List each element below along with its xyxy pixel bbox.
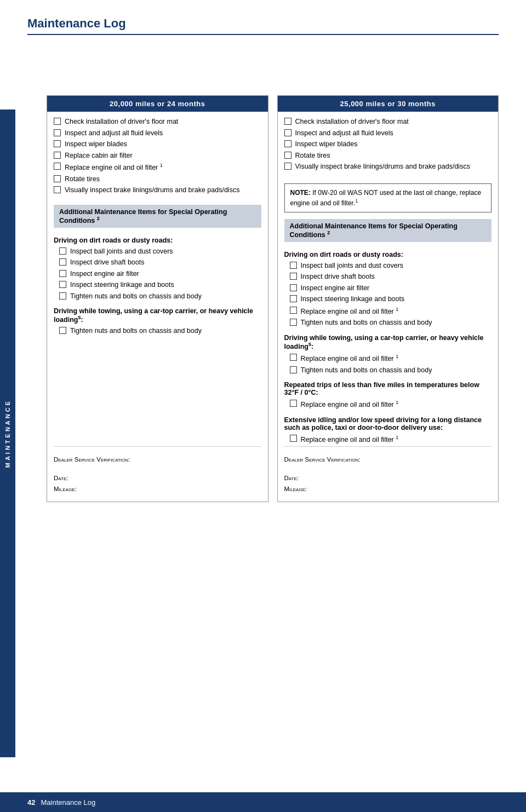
list-item: Inspect wiper blades xyxy=(54,140,261,149)
checkbox[interactable] xyxy=(290,366,297,373)
checkbox[interactable] xyxy=(290,354,297,361)
list-item: Inspect engine air filter xyxy=(290,284,492,293)
right-dealer-verification: Dealer Service Verification: xyxy=(284,456,492,463)
left-towing-list: Tighten nuts and bolts on chassis and bo… xyxy=(54,326,261,338)
checkbox[interactable] xyxy=(54,175,61,182)
checkbox[interactable] xyxy=(290,435,297,442)
sidebar-bar: MAINTENANCE xyxy=(0,110,15,757)
checkbox[interactable] xyxy=(54,129,61,136)
right-cold-list: Replace engine oil and oil filter 1 xyxy=(284,399,492,412)
page-title: Maintenance Log xyxy=(27,16,499,35)
checkbox[interactable] xyxy=(54,152,61,159)
right-idling-list: Replace engine oil and oil filter 1 xyxy=(284,434,492,447)
list-item: Visually inspect brake linings/drums and… xyxy=(54,186,261,195)
checkbox[interactable] xyxy=(284,118,291,125)
list-item: Inspect and adjust all fluid levels xyxy=(284,129,492,139)
list-item: Rotate tires xyxy=(284,151,492,161)
checkbox[interactable] xyxy=(290,284,297,291)
checkbox[interactable] xyxy=(284,140,291,147)
list-item: Replace cabin air filter xyxy=(54,151,261,161)
checkbox[interactable] xyxy=(290,319,297,326)
right-mileage-line: Mileage: xyxy=(284,485,492,493)
list-item: Inspect steering linkage and boots xyxy=(59,280,261,290)
list-item: Inspect drive shaft boots xyxy=(59,258,261,268)
list-item: Inspect ball joints and dust covers xyxy=(59,247,261,257)
right-idling-heading: Extensive idling and/or low speed drivin… xyxy=(284,416,492,431)
right-dirt-roads-heading: Driving on dirt roads or dusty roads: xyxy=(284,251,492,258)
left-mileage-line: Mileage: xyxy=(54,485,261,493)
checkbox[interactable] xyxy=(59,258,66,266)
list-item: Inspect wiper blades xyxy=(284,140,492,149)
list-item: Replace engine oil and oil filter 1 xyxy=(290,306,492,317)
left-column-body: Check installation of driver's floor mat… xyxy=(47,112,268,502)
right-special-section-header: Additional Maintenance Items for Special… xyxy=(284,219,492,242)
left-towing-heading: Driving while towing, using a car-top ca… xyxy=(54,307,261,324)
list-item: Visually inspect brake linings/drums and… xyxy=(284,162,492,172)
checkbox[interactable] xyxy=(54,186,61,193)
checkbox[interactable] xyxy=(54,118,61,125)
right-column-body: Check installation of driver's floor mat… xyxy=(278,112,499,502)
list-item: Replace engine oil and oil filter 1 xyxy=(290,399,492,410)
checkbox[interactable] xyxy=(54,140,61,147)
left-dirt-roads-heading: Driving on dirt roads or dusty roads: xyxy=(54,237,261,244)
list-item: Inspect steering linkage and boots xyxy=(290,295,492,304)
sidebar-label: MAINTENANCE xyxy=(4,399,11,468)
checkbox[interactable] xyxy=(290,262,297,269)
checkbox[interactable] xyxy=(59,247,66,255)
left-main-checklist: Check installation of driver's floor mat… xyxy=(54,117,261,197)
checkbox[interactable] xyxy=(284,152,291,159)
checkbox[interactable] xyxy=(290,400,297,407)
list-item: Inspect ball joints and dust covers xyxy=(290,261,492,271)
checkbox[interactable] xyxy=(59,281,66,288)
checkbox[interactable] xyxy=(59,270,66,277)
checkbox[interactable] xyxy=(290,307,297,314)
list-item: Check installation of driver's floor mat xyxy=(54,117,261,127)
list-item: Inspect drive shaft boots xyxy=(290,272,492,282)
right-date-line: Date: xyxy=(284,474,492,482)
list-item: Replace engine oil and oil filter 1 xyxy=(290,353,492,364)
checkbox[interactable] xyxy=(59,292,66,300)
checkbox[interactable] xyxy=(59,327,66,334)
main-columns: 20,000 miles or 24 months Check installa… xyxy=(47,95,499,502)
right-note-box: NOTE: If 0W-20 oil WAS NOT used at the l… xyxy=(284,183,492,212)
list-item: Replace engine oil and oil filter 1 xyxy=(54,162,261,173)
list-item: Tighten nuts and bolts on chassis and bo… xyxy=(59,326,261,336)
list-item: Inspect and adjust all fluid levels xyxy=(54,129,261,139)
left-special-section-header: Additional Maintenance Items for Special… xyxy=(54,205,261,228)
footer-label: Maintenance Log xyxy=(41,798,95,807)
right-cold-heading: Repeated trips of less than five miles i… xyxy=(284,381,492,396)
list-item: Tighten nuts and bolts on chassis and bo… xyxy=(290,318,492,328)
content-area: 20,000 miles or 24 months Check installa… xyxy=(47,51,499,502)
right-dirt-roads-list: Inspect ball joints and dust covers Insp… xyxy=(284,261,492,330)
right-column-header: 25,000 miles or 30 months xyxy=(278,96,499,112)
right-dealer-section: Dealer Service Verification: Date: Milea… xyxy=(284,446,492,496)
checkbox[interactable] xyxy=(54,163,61,170)
right-main-checklist: Check installation of driver's floor mat… xyxy=(284,117,492,174)
footer-bar: 42 Maintenance Log xyxy=(0,792,526,812)
checkbox[interactable] xyxy=(290,295,297,302)
right-towing-heading: Driving while towing, using a car-top ca… xyxy=(284,334,492,350)
list-item: Inspect engine air filter xyxy=(59,269,261,279)
list-item: Replace engine oil and oil filter 1 xyxy=(290,434,492,445)
footer-page-number: 42 xyxy=(27,798,35,807)
left-dealer-section: Dealer Service Verification: Date: Milea… xyxy=(54,446,261,496)
left-dirt-roads-list: Inspect ball joints and dust covers Insp… xyxy=(54,247,261,303)
left-column: 20,000 miles or 24 months Check installa… xyxy=(47,95,268,502)
list-item: Check installation of driver's floor mat xyxy=(284,117,492,127)
right-column: 25,000 miles or 30 months Check installa… xyxy=(277,95,499,502)
right-towing-list: Replace engine oil and oil filter 1 Tigh… xyxy=(284,353,492,377)
left-dealer-verification: Dealer Service Verification: xyxy=(54,456,261,463)
checkbox[interactable] xyxy=(284,129,291,136)
list-item: Tighten nuts and bolts on chassis and bo… xyxy=(59,292,261,302)
list-item: Tighten nuts and bolts on chassis and bo… xyxy=(290,366,492,376)
checkbox[interactable] xyxy=(290,273,297,280)
list-item: Rotate tires xyxy=(54,175,261,185)
checkbox[interactable] xyxy=(284,163,291,170)
left-column-header: 20,000 miles or 24 months xyxy=(47,96,268,112)
left-date-line: Date: xyxy=(54,474,261,482)
